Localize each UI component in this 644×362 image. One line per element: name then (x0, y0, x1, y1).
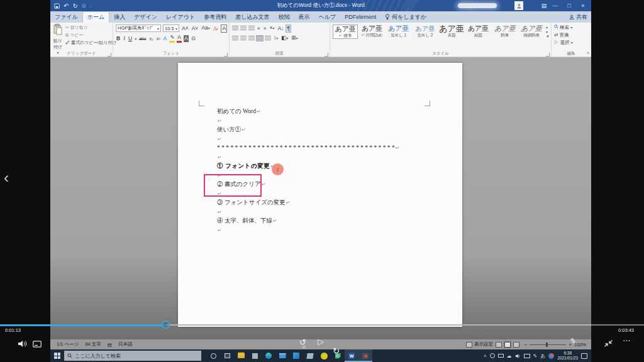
show-formatting-marks-icon[interactable]: ¶ (286, 25, 291, 32)
tab-mailings[interactable]: 差し込み文書 (231, 11, 274, 23)
tab-references[interactable]: 参考資料 (199, 11, 231, 23)
video-frame[interactable]: ↶ ↻ ☉ ▾ · 初めてのWord 使い方①.docx - Word ▤ — … (50, 0, 591, 362)
font-size-combo[interactable]: 10.5▾ (163, 25, 179, 32)
timeline-handle[interactable] (162, 321, 170, 329)
collapse-ribbon-icon[interactable]: ˄ (587, 51, 589, 55)
underline-button[interactable]: U (128, 35, 133, 42)
proofing-icon[interactable]: ▤ (108, 342, 112, 348)
tab-layout[interactable]: レイアウト (162, 11, 199, 23)
numbering-icon[interactable] (240, 26, 247, 31)
styles-scroll-down-icon[interactable]: ▾ (546, 30, 550, 34)
text-effects-icon[interactable]: A (163, 35, 168, 42)
style-heading1[interactable]: あア亜見出し 1 (386, 25, 411, 39)
shading-icon[interactable]: ◧▾ (280, 35, 289, 42)
enclose-border-icon[interactable]: A (221, 25, 227, 33)
style-heading2[interactable]: あア亜見出し 2 (413, 25, 438, 39)
style-title[interactable]: あア亜表題 (439, 25, 464, 39)
align-right-icon[interactable] (248, 36, 255, 41)
style-no-spacing[interactable]: あア亜↵ 行間詰め (359, 25, 384, 39)
close-button[interactable]: × (575, 0, 591, 11)
dialog-launcher-icon[interactable] (108, 53, 111, 57)
taskbar-task-view[interactable] (220, 349, 234, 362)
document-text: 初めての Word↵ ↵ 使い方①↵ ↵ * * * * * * * * * *… (217, 107, 443, 234)
borders-icon[interactable]: ⊞▾ (291, 35, 298, 42)
shrink-player-icon[interactable] (604, 339, 613, 348)
word-count[interactable]: 84 文字 (85, 341, 101, 348)
bullets-icon[interactable] (232, 26, 238, 31)
ruby-icon[interactable]: ル (213, 25, 219, 32)
decrease-indent-icon[interactable]: « (257, 25, 261, 32)
taskbar-cortana[interactable] (206, 349, 220, 362)
tab-review[interactable]: 校閲 (274, 11, 294, 23)
justify-icon[interactable] (257, 36, 263, 41)
paste-button[interactable]: 貼り付け ▾ (53, 24, 63, 55)
style-intense-emphasis[interactable]: あア亜強調斜体 (519, 25, 544, 39)
tab-insert[interactable]: 挿入 (109, 11, 130, 23)
distribute-icon[interactable] (265, 36, 271, 41)
style-subtitle[interactable]: あア亜副題 (465, 25, 491, 39)
select-button[interactable]: ▷ 選択 ▾ (554, 39, 589, 47)
more-options-button[interactable]: ⋯ (623, 336, 631, 345)
taskbar-onenote[interactable] (303, 349, 317, 362)
taskbar-search-box[interactable]: ここに入力して検索 (64, 351, 201, 361)
rewind-10-button[interactable]: ↺10 (299, 338, 644, 347)
align-left-icon[interactable] (232, 36, 238, 41)
format-painter-button[interactable]: 🖉 書式のコピー/貼り付け (65, 39, 117, 47)
forward-30-button[interactable]: ↻30 (333, 347, 644, 356)
cut-button[interactable]: ✂ 切り取り (65, 24, 117, 31)
multilevel-list-icon[interactable] (248, 26, 255, 31)
increase-indent-icon[interactable]: » (263, 25, 267, 32)
styles-gallery-more-icon[interactable]: ▼ (546, 35, 550, 38)
taskbar-store[interactable] (248, 349, 262, 362)
tab-pdfelement[interactable]: PDFelement (340, 11, 380, 23)
document-page[interactable]: 初めての Word↵ ↵ 使い方①↵ ↵ * * * * * * * * * *… (178, 63, 462, 327)
style-normal[interactable]: あア亜↵ 標準 (333, 25, 358, 39)
captions-panel-icon[interactable] (33, 341, 42, 348)
share-button[interactable]: 共有 (569, 11, 587, 23)
enclose-characters-icon[interactable]: ⊙ (191, 35, 196, 42)
highlight-color-icon[interactable]: ✎ (169, 34, 175, 43)
character-shading-icon[interactable]: A (184, 35, 189, 42)
dialog-launcher-icon[interactable] (325, 53, 328, 57)
tell-me-box[interactable]: 何をしますか (380, 11, 431, 23)
tab-view[interactable]: 表示 (294, 11, 314, 23)
align-center-icon[interactable] (240, 36, 247, 41)
change-case-icon[interactable]: Aa▾ (201, 25, 210, 32)
taskbar-file-explorer[interactable] (234, 349, 248, 362)
language-indicator[interactable]: 日本語 (118, 341, 133, 348)
tab-help[interactable]: ヘルプ (314, 11, 341, 23)
taskbar-edge[interactable] (262, 349, 275, 362)
taskbar-photos[interactable] (289, 349, 303, 362)
tab-file[interactable]: ファイル (50, 11, 82, 23)
taskbar-mail[interactable] (275, 349, 289, 362)
dialog-launcher-icon[interactable] (224, 53, 228, 57)
asian-layout-icon[interactable]: ×▾ (269, 25, 275, 32)
grow-font-icon[interactable]: A˄ (181, 25, 189, 32)
line-spacing-icon[interactable]: ↕▾ (273, 35, 279, 42)
superscript-icon[interactable]: x² (156, 35, 161, 42)
replace-button[interactable]: ⇄ 置換 (554, 31, 589, 39)
shrink-font-icon[interactable]: A˅ (191, 25, 199, 32)
start-button[interactable] (50, 349, 64, 362)
subscript-icon[interactable]: x₂ (148, 35, 153, 42)
user-avatar[interactable] (514, 1, 523, 10)
tab-design[interactable]: デザイン (130, 11, 162, 23)
play-button[interactable]: ▷ (318, 337, 324, 346)
find-button[interactable]: 検索 ▾ (554, 24, 589, 31)
bold-button[interactable]: B (116, 35, 121, 42)
player-back-button[interactable]: ‹ (4, 171, 9, 185)
strikethrough-icon[interactable]: abc (138, 35, 147, 42)
tab-home[interactable]: ホーム (82, 11, 109, 23)
video-player-app: ↶ ↻ ☉ ▾ · 初めてのWord 使い方①.docx - Word ▤ — … (0, 0, 644, 362)
volume-icon[interactable] (18, 340, 28, 348)
styles-scroll-up-icon[interactable]: ▴ (546, 25, 550, 29)
sort-icon[interactable]: A↓ (277, 25, 284, 32)
font-name-combo[interactable]: HGP創英角ﾎﾟｯﾌﾟ▾ (116, 25, 161, 32)
font-color-icon[interactable]: A (177, 34, 182, 43)
italic-button[interactable]: I (123, 35, 126, 42)
dialog-launcher-icon[interactable] (546, 53, 550, 57)
style-emphasis[interactable]: あア亜斜体 (492, 25, 518, 39)
page-count[interactable]: 1/1 ページ (57, 341, 79, 348)
copy-button[interactable]: ⧉ コピー (65, 31, 117, 39)
taskbar-yellow-app[interactable] (317, 349, 331, 362)
